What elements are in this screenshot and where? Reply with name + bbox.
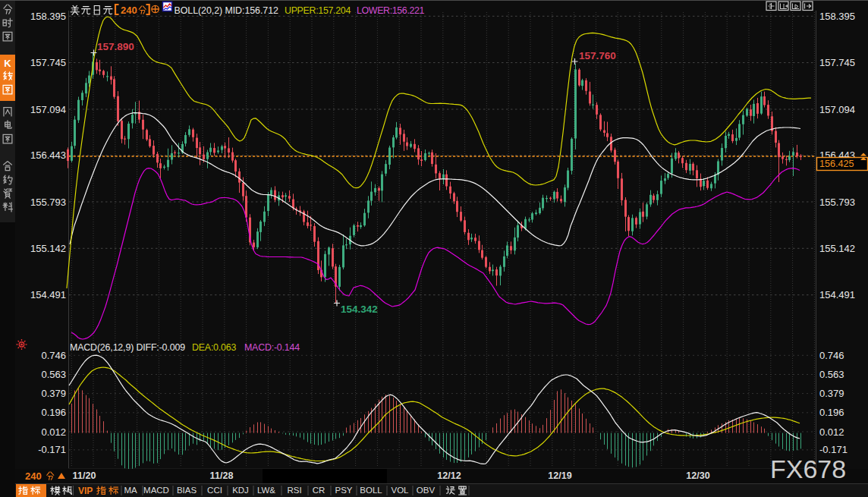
svg-text:MACD(26,12,9) DIFF:-0.009: MACD(26,12,9) DIFF:-0.009 [70, 342, 185, 353]
svg-text:157.745: 157.745 [819, 57, 855, 68]
svg-text:PSY: PSY [335, 486, 352, 495]
svg-text:240: 240 [121, 5, 137, 16]
svg-text:0.563: 0.563 [819, 369, 844, 380]
svg-text:12/19: 12/19 [548, 470, 572, 481]
svg-text:VOL: VOL [391, 486, 409, 495]
svg-text:156.443: 156.443 [30, 149, 66, 161]
svg-text:DEA:0.063: DEA:0.063 [192, 342, 236, 353]
svg-text:158.395: 158.395 [819, 11, 855, 22]
svg-text:0.746: 0.746 [41, 350, 66, 361]
svg-text:157.094: 157.094 [819, 104, 855, 115]
svg-text:0.379: 0.379 [41, 388, 66, 399]
svg-text:0.196: 0.196 [41, 407, 66, 418]
svg-text:0.012: 0.012 [819, 426, 844, 438]
svg-text:BOLL: BOLL [360, 486, 382, 495]
svg-text:0.196: 0.196 [819, 407, 844, 418]
svg-text:OBV: OBV [417, 486, 436, 495]
svg-text:157.094: 157.094 [30, 104, 66, 115]
svg-text:CCI: CCI [207, 486, 222, 495]
svg-text:157.890: 157.890 [97, 41, 134, 52]
svg-text:154.491: 154.491 [30, 289, 66, 300]
svg-text:11/20: 11/20 [73, 470, 96, 481]
svg-text:155.793: 155.793 [819, 197, 855, 208]
svg-text:0.746: 0.746 [819, 350, 844, 361]
svg-text:MACD: MACD [143, 486, 169, 495]
svg-text:KDJ: KDJ [232, 486, 249, 495]
svg-text:12/12: 12/12 [437, 470, 461, 481]
svg-text:CR: CR [313, 486, 326, 495]
svg-text:156.425: 156.425 [819, 159, 854, 169]
svg-text:UPPER:157.204: UPPER:157.204 [285, 5, 351, 16]
svg-text:157.745: 157.745 [30, 57, 66, 68]
svg-text:MA: MA [124, 486, 137, 495]
svg-text:RSI: RSI [287, 486, 301, 495]
svg-text:155.793: 155.793 [30, 197, 66, 208]
svg-text:0.563: 0.563 [41, 369, 66, 380]
svg-text:MACD:-0.144: MACD:-0.144 [244, 342, 300, 353]
svg-text:155.142: 155.142 [819, 243, 855, 254]
svg-text:157.760: 157.760 [579, 50, 616, 61]
svg-text:155.142: 155.142 [30, 243, 66, 254]
svg-text:FX678: FX678 [770, 455, 846, 483]
svg-text:0.012: 0.012 [41, 426, 66, 438]
svg-text:BOLL(20,2) MID:156.712: BOLL(20,2) MID:156.712 [175, 5, 278, 16]
svg-text:VIP: VIP [78, 486, 93, 496]
svg-text:11/28: 11/28 [210, 470, 234, 481]
svg-text:LOWER:156.221: LOWER:156.221 [357, 5, 425, 16]
svg-text:BIAS: BIAS [177, 486, 197, 495]
svg-text:240: 240 [25, 470, 42, 482]
svg-text:K: K [4, 58, 11, 69]
svg-text:158.395: 158.395 [30, 11, 66, 22]
svg-text:154.491: 154.491 [819, 289, 855, 300]
svg-text:0.379: 0.379 [819, 388, 844, 399]
svg-text:LW&: LW& [257, 486, 275, 495]
svg-text:-0.171: -0.171 [38, 444, 66, 455]
svg-text:154.342: 154.342 [341, 304, 378, 315]
svg-text:12/30: 12/30 [686, 470, 710, 481]
